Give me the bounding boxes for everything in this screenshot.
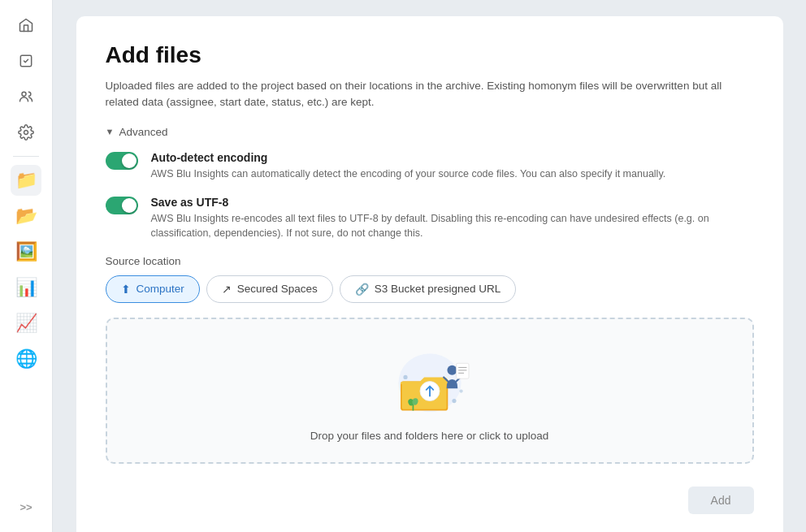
upload-illustration bbox=[381, 339, 479, 420]
chevron-down-icon: ▼ bbox=[106, 127, 115, 136]
sidebar-item-users[interactable] bbox=[11, 81, 41, 112]
auto-detect-label: Auto-detect encoding bbox=[151, 151, 666, 164]
add-files-card: Add files Uploaded files are added to th… bbox=[76, 16, 783, 532]
svg-point-2 bbox=[24, 131, 28, 135]
source-btn-secured-spaces-label: Secured Spaces bbox=[237, 283, 318, 295]
sidebar-item-chart[interactable]: 📊 bbox=[11, 272, 41, 303]
auto-detect-row: Auto-detect encoding AWS Blu Insights ca… bbox=[106, 151, 754, 184]
drop-zone[interactable]: Drop your files and folders here or clic… bbox=[106, 318, 754, 464]
sidebar-item-tasks[interactable] bbox=[11, 45, 41, 76]
auto-detect-toggle[interactable] bbox=[106, 152, 138, 170]
drop-zone-text: Drop your files and folders here or clic… bbox=[310, 430, 548, 442]
sidebar-more-label: >> bbox=[20, 501, 32, 513]
save-utf8-toggle[interactable] bbox=[106, 197, 138, 214]
sidebar-item-globe[interactable]: 🌐 bbox=[11, 344, 41, 374]
auto-detect-group: Auto-detect encoding AWS Blu Insights ca… bbox=[151, 151, 666, 181]
page-title: Add files bbox=[106, 42, 754, 68]
source-btn-s3[interactable]: 🔗 S3 Bucket presigned URL bbox=[340, 275, 516, 303]
save-utf8-row: Save as UTF-8 AWS Blu Insights re-encode… bbox=[106, 196, 754, 244]
svg-point-18 bbox=[452, 399, 456, 403]
save-utf8-group: Save as UTF-8 AWS Blu Insights re-encode… bbox=[151, 196, 754, 240]
svg-rect-10 bbox=[456, 364, 468, 379]
upload-icon: ⬆ bbox=[121, 283, 131, 296]
sidebar: 📁 📂 🖼️ 📊 📈 🌐 >> bbox=[0, 0, 53, 532]
sidebar-item-settings[interactable] bbox=[11, 117, 41, 148]
sidebar-divider bbox=[13, 156, 39, 157]
auto-detect-desc: AWS Blu Insights can automatically detec… bbox=[151, 167, 666, 181]
s3-icon: 🔗 bbox=[355, 283, 369, 296]
page-description: Uploaded files are added to the project … bbox=[106, 78, 754, 111]
sidebar-item-home[interactable] bbox=[11, 10, 41, 41]
sidebar-item-folder-orange[interactable]: 📁 bbox=[11, 165, 41, 196]
source-btn-secured-spaces[interactable]: ↗ Secured Spaces bbox=[206, 275, 333, 303]
svg-point-7 bbox=[447, 365, 457, 375]
advanced-toggle[interactable]: ▼ Advanced bbox=[106, 126, 754, 138]
source-btn-s3-label: S3 Bucket presigned URL bbox=[375, 283, 500, 295]
svg-point-17 bbox=[403, 375, 407, 379]
source-btn-computer[interactable]: ⬆ Computer bbox=[106, 275, 200, 303]
advanced-label: Advanced bbox=[119, 126, 167, 138]
sidebar-item-chart2[interactable]: 📈 bbox=[11, 308, 41, 339]
main-area: Add files Uploaded files are added to th… bbox=[53, 0, 806, 532]
source-location-buttons: ⬆ Computer ↗ Secured Spaces 🔗 S3 Bucket … bbox=[106, 275, 754, 303]
save-utf8-desc: AWS Blu Insights re-encodes all text fil… bbox=[151, 211, 754, 240]
card-footer: Add bbox=[106, 487, 754, 514]
sidebar-item-photos[interactable]: 🖼️ bbox=[11, 236, 41, 267]
source-location-label: Source location bbox=[106, 255, 754, 267]
svg-point-1 bbox=[22, 92, 26, 96]
svg-point-19 bbox=[459, 390, 462, 393]
sidebar-item-folder-yellow[interactable]: 📂 bbox=[11, 201, 41, 231]
save-utf8-label: Save as UTF-8 bbox=[151, 196, 754, 209]
sidebar-more-button[interactable]: >> bbox=[11, 491, 41, 522]
secured-spaces-icon: ↗ bbox=[222, 283, 232, 296]
source-btn-computer-label: Computer bbox=[136, 283, 184, 295]
add-button[interactable]: Add bbox=[688, 487, 754, 514]
